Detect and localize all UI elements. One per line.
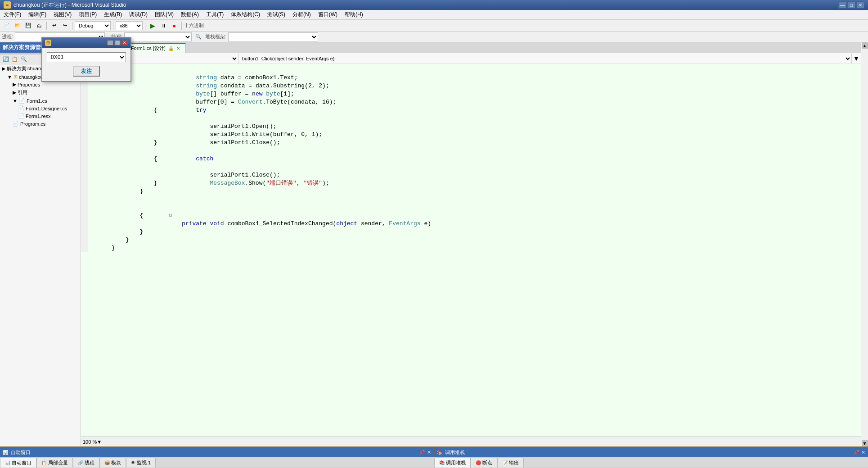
auto-window-panel: 📊 自动窗口 📌 ✕ 📊 自动窗口 📋 局部变量 🔗 线程 (0, 447, 434, 468)
undo-btn[interactable]: ↩ (49, 21, 59, 30)
modules-icon: 📦 (104, 460, 110, 465)
popup-close-btn[interactable]: ✕ (121, 40, 128, 45)
popup-window: ⊞ — □ ✕ 0X03 发注 (41, 37, 131, 82)
menu-debug[interactable]: 调试(D) (126, 10, 151, 19)
menu-build[interactable]: 生成(B) (100, 10, 126, 19)
stack-combo[interactable] (228, 32, 318, 41)
menu-view[interactable]: 视图(V) (50, 10, 75, 19)
tab-watch1[interactable]: 👁 监视 1 (126, 458, 156, 468)
maximize-button[interactable]: □ (847, 1, 855, 9)
popup-window-btns: — □ ✕ (107, 40, 128, 45)
menu-project[interactable]: 项目(P) (75, 10, 100, 19)
start-btn[interactable]: ▶ (148, 21, 157, 30)
scroll-down-btn[interactable]: ▼ (862, 440, 868, 446)
tab-bar: Form1.cs ● ✕ Form1.cs [设计] 🔒 ✕ (81, 42, 861, 53)
tab-breakpoints[interactable]: 🔴 断点 (471, 458, 497, 468)
code-line: } (112, 236, 861, 244)
save-btn[interactable]: 💾 (23, 21, 33, 30)
tree-form1designer[interactable]: 📄 Form1.Designer.cs (0, 105, 81, 112)
popup-send-btn[interactable]: 发注 (73, 66, 100, 77)
app-icon: ∞ (4, 1, 11, 9)
menu-tools[interactable]: 工具(T) (202, 10, 227, 19)
menu-file[interactable]: 文件(F) (0, 10, 25, 19)
code-line: serialPort1.Close(); (112, 163, 861, 171)
tab-modules[interactable]: 📦 模块 (99, 458, 126, 468)
tab-auto-window[interactable]: 📊 自动窗口 (0, 458, 36, 468)
auto-close-btn[interactable]: ✕ (427, 450, 431, 455)
save-all-btn[interactable]: 🗂 (34, 21, 44, 30)
menu-help[interactable]: 帮助(H) (341, 10, 367, 19)
tab-form1design[interactable]: Form1.cs [设计] 🔒 ✕ (125, 43, 186, 53)
stop-btn[interactable]: ■ (169, 21, 179, 30)
tree-form1resx[interactable]: 📄 Form1.resx (0, 112, 81, 120)
menu-analyze[interactable]: 分析(N) (289, 10, 315, 19)
watch-icon: 👁 (131, 460, 135, 465)
sep2 (72, 22, 72, 30)
auto-window-tab-icon: 📊 (5, 460, 10, 465)
menu-bar: 文件(F) 编辑(E) 视图(V) 项目(P) 生成(B) 调试(D) 团队(M… (0, 10, 868, 20)
minimize-button[interactable]: — (838, 1, 846, 9)
tree-form1cs[interactable]: ▼ 📄 Form1.cs (0, 97, 81, 105)
workspace: 解决方案资源管理器 🔄 📋 🔍 ▶ 解决方案'chuangkou'(1 个项目)… (0, 42, 868, 446)
code-gutter (81, 66, 88, 252)
editor-area: Form1.cs ● ✕ Form1.cs [设计] 🔒 ✕ chuangkou… (81, 42, 861, 446)
new-project-btn[interactable]: 📄 (2, 21, 12, 30)
auto-window-btns: 📌 ✕ (419, 450, 431, 455)
menu-team[interactable]: 团队(M) (151, 10, 177, 19)
menu-data[interactable]: 数据(A) (177, 10, 202, 19)
code-line: ⊟ private void comboBox1_SelectedIndexCh… (112, 204, 861, 212)
tab-output[interactable]: 📝 输出 (497, 458, 524, 468)
menu-window[interactable]: 窗口(W) (315, 10, 341, 19)
stack-label: 堆栈框架: (205, 33, 226, 40)
code-lines: string data = comboBox1.Text; string con… (106, 66, 861, 252)
call-stack-tab-icon: 📚 (439, 460, 445, 465)
menu-test[interactable]: 测试(S) (264, 10, 289, 19)
output-icon: 📝 (502, 460, 508, 465)
popup-icon: ⊞ (45, 40, 51, 46)
menu-edit[interactable]: 编辑(E) (25, 10, 50, 19)
pause-btn[interactable]: ⏸ (158, 21, 168, 30)
open-btn[interactable]: 📂 (13, 21, 22, 30)
sol-toolbar-btn1[interactable]: 🔄 (2, 55, 10, 64)
scroll-up-btn[interactable]: ▲ (862, 42, 868, 49)
auto-pin-btn[interactable]: 📌 (419, 450, 425, 455)
thread-combo[interactable] (124, 32, 192, 41)
tree-references[interactable]: ▶ 引用 (0, 88, 81, 97)
code-line: } (112, 187, 861, 195)
tab-call-stack[interactable]: 📚 调用堆栈 (434, 458, 471, 468)
expand-editor-btn[interactable]: ▼ (852, 54, 861, 64)
call-stack-tabs: 📚 调用堆栈 🔴 断点 📝 输出 (434, 457, 868, 468)
call-stack-btns: 📌 ✕ (853, 450, 865, 455)
main-toolbar: 📄 📂 💾 🗂 ↩ ↪ Debug x86 ▶ ⏸ ■ 十六进制 (0, 20, 868, 32)
call-stack-close-btn[interactable]: ✕ (861, 450, 865, 455)
sol-toolbar-btn2[interactable]: 📋 (11, 55, 19, 64)
call-stack-pin-btn[interactable]: 📌 (853, 450, 859, 455)
zoom-dropdown[interactable]: ▼ (97, 439, 102, 445)
method-nav-combo[interactable]: button1_Click(object sender, EventArgs e… (238, 54, 852, 64)
popup-maximize-btn[interactable]: □ (114, 40, 121, 45)
bottom-panels: 📊 自动窗口 📌 ✕ 📊 自动窗口 📋 局部变量 🔗 线程 (0, 446, 868, 468)
popup-titlebar: ⊞ — □ ✕ (42, 38, 130, 48)
local-vars-icon: 📋 (41, 460, 47, 465)
debug-config-combo[interactable]: Debug (75, 21, 111, 30)
tab-local-vars[interactable]: 📋 局部变量 (36, 458, 73, 468)
tree-programcs[interactable]: 📄 Program.cs (0, 120, 81, 127)
tab-close-design[interactable]: ✕ (176, 46, 180, 51)
code-editor[interactable]: string data = comboBox1.Text; string con… (81, 64, 861, 436)
code-line: } (112, 228, 861, 236)
menu-architecture[interactable]: 体系结构(C) (227, 10, 264, 19)
editor-scrollbar[interactable]: ▲ ▼ (861, 42, 868, 446)
popup-minimize-btn[interactable]: — (107, 40, 113, 45)
stack-frames-btn[interactable]: 🔍 (193, 32, 203, 41)
sol-toolbar-btn3[interactable]: 🔍 (20, 55, 28, 64)
redo-btn[interactable]: ↪ (60, 21, 70, 30)
window-title: chuangkou (正在运行) - Microsoft Visual Stud… (13, 1, 838, 9)
popup-combo[interactable]: 0X03 (47, 52, 126, 62)
threads-icon: 🔗 (78, 460, 83, 465)
tab-threads[interactable]: 🔗 线程 (73, 458, 99, 468)
code-line: { (112, 212, 861, 220)
code-line: { (112, 106, 861, 114)
sep3 (113, 22, 113, 30)
close-button[interactable]: ✕ (856, 1, 864, 9)
platform-combo[interactable]: x86 (116, 21, 143, 30)
